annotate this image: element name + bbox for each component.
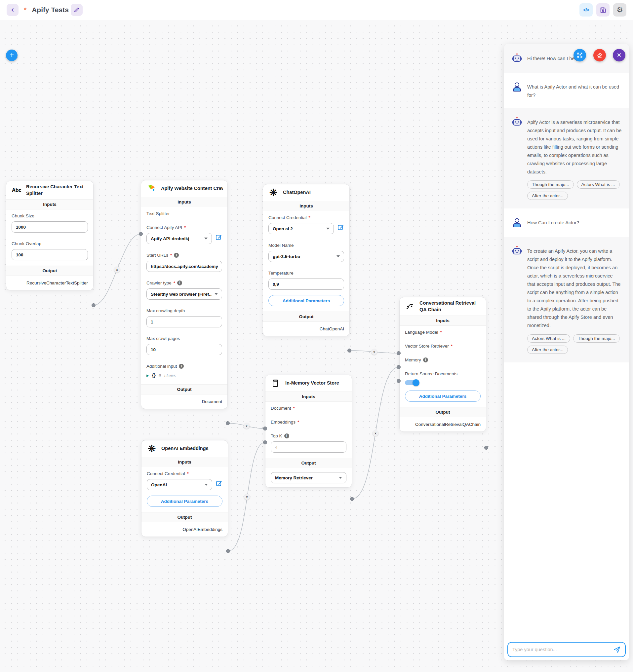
- followup-chip[interactable]: Actors What is ...: [577, 181, 620, 189]
- chevron-down-icon: [339, 477, 342, 479]
- close-chat-fab[interactable]: ✕: [613, 49, 626, 62]
- robot-avatar-icon: [511, 245, 522, 257]
- port-in-vector-store-retriever[interactable]: [397, 365, 401, 369]
- temperature-value[interactable]: [273, 282, 340, 287]
- chat-messages: Hi there! How can I help? What is Apify …: [504, 44, 629, 639]
- inputs-band: Inputs: [141, 457, 228, 467]
- edge-delete-button[interactable]: x: [373, 430, 378, 436]
- fit-screen-fab[interactable]: [573, 49, 586, 62]
- return-source-documents-toggle[interactable]: [405, 380, 419, 385]
- document-label: Document*: [271, 405, 346, 411]
- max-pages-value[interactable]: [151, 347, 218, 352]
- output-type-select[interactable]: Memory Retriever: [271, 472, 346, 483]
- chunk-size-input[interactable]: [11, 221, 88, 233]
- chevron-left-icon: ‹: [11, 6, 14, 14]
- node-header: ❋ OpenAI Embeddings: [141, 440, 228, 457]
- json-items-count: 0 items: [159, 373, 176, 378]
- max-depth-input[interactable]: [146, 316, 222, 328]
- followup-chip[interactable]: After the actor...: [527, 192, 568, 200]
- edit-credential-button[interactable]: [216, 480, 222, 487]
- chunk-size-value[interactable]: [16, 225, 84, 230]
- chat-question-input[interactable]: [512, 647, 610, 652]
- port-out-openaiembeddings[interactable]: [226, 549, 230, 553]
- code-icon: </>: [583, 7, 589, 13]
- expander-icon[interactable]: ▶: [146, 374, 149, 377]
- node-recursive-text-splitter[interactable]: Abc Recursive Character Text Splitter In…: [6, 181, 94, 290]
- edit-title-button[interactable]: [71, 4, 83, 16]
- crawler-type-select[interactable]: Stealthy web browser (Firef...: [146, 288, 222, 299]
- port-in-text-splitter[interactable]: [139, 232, 143, 236]
- chat-input-box[interactable]: [508, 642, 626, 657]
- edge-delete-button[interactable]: x: [371, 349, 377, 355]
- port-in-embeddings[interactable]: [263, 440, 267, 445]
- port-out-memory-retriever[interactable]: [350, 497, 354, 501]
- info-icon[interactable]: i: [177, 281, 182, 285]
- edge-delete-button[interactable]: x: [244, 494, 250, 500]
- memory-card-icon: [270, 378, 281, 389]
- followup-chip[interactable]: After the actor...: [527, 345, 568, 354]
- apify-logo-icon: [146, 183, 157, 194]
- info-icon[interactable]: i: [284, 433, 289, 438]
- chat-panel: Hi there! How can I help? What is Apify …: [504, 44, 629, 660]
- edge-delete-button[interactable]: x: [243, 423, 250, 429]
- top-bar: ‹ * Apify Tests </> ⚙: [0, 0, 633, 20]
- followup-chip[interactable]: Though the majo...: [527, 181, 574, 189]
- send-button[interactable]: [613, 646, 621, 653]
- info-icon[interactable]: i: [174, 253, 179, 258]
- chunk-overlap-value[interactable]: [16, 253, 84, 257]
- memory-label: Memory i: [405, 357, 480, 363]
- temperature-input[interactable]: [268, 279, 344, 290]
- node-openai-embeddings[interactable]: ❋ OpenAI Embeddings Inputs Connect Crede…: [141, 440, 228, 537]
- info-icon[interactable]: i: [423, 358, 428, 362]
- chain-link-icon: [404, 301, 416, 312]
- add-node-button[interactable]: +: [6, 50, 18, 61]
- clear-chat-fab[interactable]: [593, 49, 606, 62]
- port-out-document[interactable]: [226, 421, 230, 425]
- pencil-icon: [74, 7, 80, 13]
- api-code-button[interactable]: </>: [580, 3, 593, 17]
- credential-select[interactable]: OpenAI: [147, 479, 212, 490]
- json-editor-row[interactable]: ▶ {} 0 items: [146, 372, 222, 379]
- edit-credential-button[interactable]: [215, 234, 222, 241]
- port-out-recursivecharactertextsplitter[interactable]: [92, 303, 96, 307]
- start-urls-input[interactable]: https://docs.apify.com/academy/getti: [146, 261, 222, 272]
- max-pages-input[interactable]: [146, 344, 222, 355]
- chunk-overlap-label: Chunk Overlap: [11, 241, 88, 246]
- top-k-value[interactable]: [275, 445, 342, 450]
- robot-avatar-icon: [511, 53, 522, 64]
- apify-credential-select[interactable]: Apify API drobnikj: [146, 233, 212, 244]
- port-out-chatopenai[interactable]: [347, 349, 351, 353]
- node-apify-crawler[interactable]: Apify Website Content Crawler Inputs Tex…: [141, 180, 228, 409]
- edit-credential-button[interactable]: [337, 224, 344, 231]
- top-k-input[interactable]: [271, 441, 346, 453]
- followup-chips: Though the majo... Actors What is ... Af…: [527, 181, 622, 200]
- node-conversational-retrieval-qa-chain[interactable]: Conversational Retrieval QA Chain Inputs…: [399, 297, 486, 432]
- port-out-conversationalretrievalqachain[interactable]: [484, 446, 488, 450]
- node-chat-openai[interactable]: ❋ ChatOpenAI Inputs Connect Credential* …: [263, 184, 350, 336]
- save-flow-button[interactable]: [596, 3, 610, 17]
- inputs-band: Inputs: [6, 199, 93, 210]
- inputs-band: Inputs: [265, 391, 352, 402]
- node-inmemory-vector-store[interactable]: In-Memory Vector Store Inputs Document* …: [265, 375, 352, 488]
- vector-store-retriever-label: Vector Store Retriever*: [405, 343, 480, 349]
- json-braces: {}: [152, 373, 156, 378]
- port-in-language-model[interactable]: [397, 351, 401, 355]
- additional-parameters-button[interactable]: Additional Parameters: [147, 496, 222, 507]
- node-title: Conversational Retrieval QA Chain: [420, 300, 481, 313]
- credential-select[interactable]: Open ai 2: [268, 223, 334, 234]
- flow-builder-app: ‹ * Apify Tests </> ⚙: [0, 0, 633, 672]
- port-in-memory[interactable]: [397, 379, 401, 383]
- info-icon[interactable]: i: [179, 364, 184, 369]
- port-in-document[interactable]: [263, 427, 267, 431]
- edge-delete-button[interactable]: x: [114, 267, 120, 272]
- settings-button[interactable]: ⚙: [613, 3, 626, 17]
- model-name-select[interactable]: gpt-3.5-turbo: [268, 251, 344, 262]
- inputs-band: Inputs: [263, 201, 349, 211]
- followup-chip[interactable]: Actors What is ...: [527, 334, 570, 343]
- max-depth-value[interactable]: [151, 319, 218, 325]
- followup-chip[interactable]: Though the majo...: [573, 334, 620, 343]
- chunk-overlap-input[interactable]: [11, 249, 88, 260]
- additional-parameters-button[interactable]: Additional Parameters: [268, 295, 344, 306]
- additional-parameters-button[interactable]: Additional Parameters: [405, 390, 480, 402]
- back-button[interactable]: ‹: [7, 4, 19, 16]
